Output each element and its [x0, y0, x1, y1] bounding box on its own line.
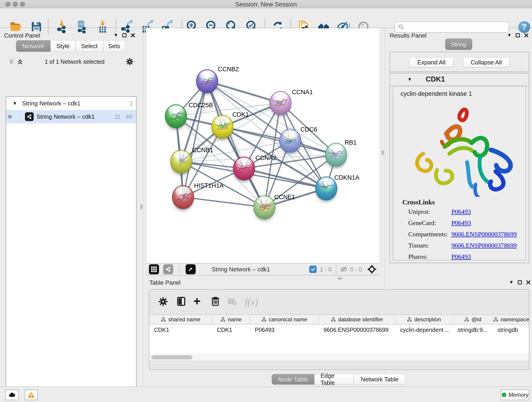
- delete-table-button-disabled[interactable]: [228, 298, 237, 307]
- tab-select[interactable]: Select: [76, 40, 103, 52]
- node-ribbon-structure: [196, 70, 219, 94]
- column-header-label: @id: [472, 316, 481, 323]
- splitter-handle[interactable]: [382, 150, 384, 155]
- cloud-icon: [8, 391, 16, 399]
- table-cell: CDK1: [212, 325, 250, 335]
- network-node-CCNE1[interactable]: [253, 195, 275, 219]
- column-header-label: database identifier: [338, 316, 383, 323]
- tab-edge-table[interactable]: Edge Table: [314, 374, 354, 385]
- node-label-RB1: RB1: [345, 139, 357, 146]
- tab-network-table[interactable]: Network Table: [354, 374, 405, 385]
- control-panel-menu-button[interactable]: ▼: [114, 32, 118, 38]
- table-panel-float-button[interactable]: [518, 280, 522, 284]
- column-header--id[interactable]: @id: [453, 315, 493, 324]
- scrollbar-thumb[interactable]: [151, 355, 192, 359]
- create-column-button[interactable]: +: [193, 296, 201, 306]
- splitter-handle[interactable]: [140, 204, 143, 210]
- results-panel-close-button[interactable]: [524, 33, 529, 38]
- column-header-canonical-name[interactable]: canonical name: [250, 315, 319, 324]
- memory-button[interactable]: Memory: [501, 390, 529, 400]
- table-gear-button[interactable]: [158, 297, 168, 307]
- network-node-HIST1H1A[interactable]: [172, 185, 194, 209]
- column-header-description[interactable]: description: [395, 315, 453, 324]
- table-cell: P06493: [250, 325, 319, 335]
- gene-description: cyclin-dependent kinase 1: [400, 90, 526, 97]
- network-node-CCNB2[interactable]: [196, 69, 218, 93]
- node-ribbon-structure: [254, 196, 276, 220]
- results-panel-title: Results Panel: [390, 32, 426, 39]
- node-ribbon-structure: [234, 157, 255, 181]
- crosslink-label: GeneCard:: [408, 219, 451, 227]
- node-ribbon-structure: [172, 186, 195, 210]
- crosslink-row: Uniprot:P06493: [408, 208, 517, 216]
- network-node-CDKN1A[interactable]: [315, 177, 337, 200]
- table-horizontal-scrollbar[interactable]: [149, 354, 529, 360]
- network-node-CDC6[interactable]: [279, 129, 301, 153]
- column-header-namespace[interactable]: namespace: [493, 315, 529, 324]
- function-builder-button-disabled[interactable]: f(x): [245, 297, 258, 307]
- hidden-eye-icon: [340, 265, 348, 274]
- table-row[interactable]: CDK1CDK1P064939606.ENSP00000378699cyclin…: [149, 325, 529, 335]
- grid-view-button[interactable]: [149, 264, 159, 274]
- column-header-label: shared name: [168, 316, 200, 323]
- network-view-canvas[interactable]: CCNB2CCNA1CDC25BCDK1CDC6RB1CCNB1CCNA2CDK…: [146, 28, 380, 263]
- birds-eye-view-button[interactable]: [186, 264, 196, 274]
- fit-selected-crosshair-button[interactable]: [367, 264, 377, 274]
- crosslink-label: Uniprot:: [408, 208, 451, 216]
- collapse-all-networks-button[interactable]: [8, 58, 15, 65]
- tab-style[interactable]: Style: [51, 40, 76, 52]
- node-ribbon-structure: [165, 105, 187, 128]
- main-toolbar: ?: [0, 8, 532, 28]
- column-header-database-identifier[interactable]: database identifier: [319, 315, 395, 324]
- tab-network[interactable]: Network: [16, 40, 51, 52]
- crosslink-link[interactable]: P06493: [451, 219, 471, 226]
- warnings-button[interactable]: [25, 390, 38, 400]
- column-header-label: canonical name: [269, 316, 307, 323]
- network-node-CDK1[interactable]: [211, 115, 234, 139]
- viewbar-separator: [336, 265, 336, 274]
- network-node-CDC25B[interactable]: [165, 104, 187, 128]
- protein-structure-image: [400, 101, 519, 197]
- network-node-CCNA2[interactable]: [233, 157, 255, 180]
- node-label-CCNE1: CCNE1: [274, 194, 295, 201]
- expand-all-button[interactable]: Expand All: [409, 57, 453, 67]
- network-node-CCNB1[interactable]: [170, 150, 192, 173]
- column-header-shared-name[interactable]: shared name: [149, 315, 212, 324]
- network-node-RB1[interactable]: [325, 143, 347, 167]
- network-collection-row[interactable]: ▼ String Network – cdk1 1: [6, 97, 136, 110]
- results-panel-menu-button[interactable]: ▼: [507, 32, 512, 38]
- network-share-view-button[interactable]: [163, 264, 173, 274]
- collection-collapse-arrow[interactable]: ▼: [13, 101, 17, 106]
- crosslink-link[interactable]: P06493: [451, 253, 471, 260]
- column-header-name[interactable]: name: [212, 315, 250, 324]
- results-buttons-box: Expand All Collapse All: [389, 52, 529, 72]
- table-panel-close-button[interactable]: [526, 280, 531, 285]
- table-header-row: shared namenamecanonical namedatabase id…: [149, 314, 529, 325]
- table-panel-menu-button[interactable]: ▼: [509, 280, 514, 285]
- control-panel-float-button[interactable]: [122, 33, 127, 37]
- network-node-CCNA1[interactable]: [269, 91, 291, 115]
- network-options-gear-icon[interactable]: [126, 57, 134, 66]
- results-panel-float-button[interactable]: [516, 33, 520, 37]
- control-panel-close-button[interactable]: [131, 33, 135, 38]
- tab-string[interactable]: String: [445, 38, 472, 50]
- expand-all-networks-button[interactable]: [17, 58, 24, 65]
- tab-node-table[interactable]: Node Table: [272, 374, 314, 385]
- gene-section-collapse-arrow[interactable]: ▼: [407, 77, 412, 82]
- status-bar: Memory: [0, 386, 532, 402]
- selected-checkbox[interactable]: [309, 266, 317, 273]
- node-ribbon-structure: [270, 91, 292, 115]
- crosslink-link[interactable]: P06493: [451, 208, 471, 215]
- cloud-status-button[interactable]: [5, 390, 19, 400]
- selected-count: 1 - 0: [320, 266, 332, 273]
- tab-sets[interactable]: Sets: [103, 40, 125, 52]
- network-view-bar: String Network – cdk1 1 - 0 0 - 0: [146, 263, 380, 275]
- collapse-all-button[interactable]: Collapse All: [463, 57, 510, 67]
- crosslink-link[interactable]: 9606.ENSP00000378699: [451, 230, 517, 238]
- show-columns-button[interactable]: [176, 296, 186, 307]
- delete-column-button[interactable]: [210, 296, 220, 307]
- table-cell: cyclin-dependent ...: [395, 325, 453, 335]
- column-header-label: name: [228, 316, 241, 323]
- crosslink-link[interactable]: 9606.ENSP00000378699: [451, 242, 517, 249]
- network-row[interactable]: String Network – cdk1 11 48: [6, 110, 136, 123]
